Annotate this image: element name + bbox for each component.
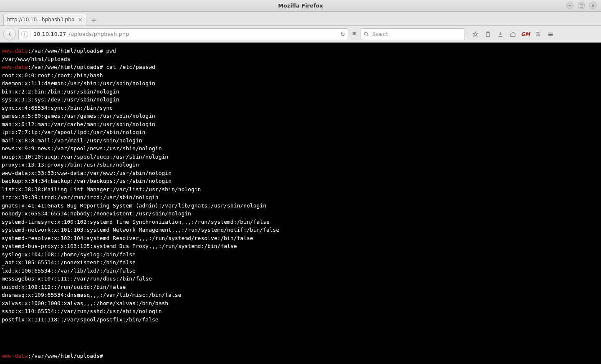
terminal-input-row[interactable]: www-data:/var/www/html/uploads# bbox=[2, 352, 599, 360]
terminal-output-line: _apt:x:105:65534::/nonexistent:/bin/fals… bbox=[2, 258, 599, 267]
clipboard-icon[interactable] bbox=[484, 30, 492, 38]
menu-button[interactable]: ≡ bbox=[547, 30, 554, 38]
tab-label: http://10.10…hpbash3.php bbox=[7, 17, 74, 23]
terminal-output-line: sync:x:4:65534:sync:/bin:/bin/sync bbox=[2, 104, 599, 112]
bug-icon[interactable] bbox=[351, 30, 358, 38]
terminal-page[interactable]: www-data:/var/www/html/uploads# pwd/var/… bbox=[0, 43, 601, 364]
terminal-output-line: gnats:x:41:41:Gnats Bug-Reporting System… bbox=[2, 202, 599, 210]
minimize-icon: – bbox=[569, 3, 571, 8]
url-host: 10.10.10.27 bbox=[33, 31, 66, 37]
terminal-prompt: www-data:/var/www/html/uploads# bbox=[2, 352, 103, 360]
terminal-output-line: sys:x:3:3:sys:/dev:/usr/sbin/nologin bbox=[2, 96, 599, 104]
terminal-prompt-line: www-data:/var/www/html/uploads# pwd bbox=[2, 47, 599, 55]
url-input[interactable] bbox=[131, 31, 338, 37]
url-path: /uploads/phpbash.php bbox=[69, 31, 129, 37]
terminal-output-line: nobody:x:65534:65534:nobody:/nonexistent… bbox=[2, 210, 599, 218]
terminal-output-line: systemd-resolve:x:102:104:systemd Resolv… bbox=[2, 234, 599, 243]
plus-icon: + bbox=[91, 15, 97, 24]
window-titlebar: Mozilla Firefox – ▢ ✕ bbox=[0, 0, 601, 12]
home-icon[interactable] bbox=[509, 30, 517, 38]
browser-tab[interactable]: http://10.10…hpbash3.php × bbox=[3, 14, 86, 25]
arrow-left-icon bbox=[7, 31, 13, 37]
terminal-output-line: sshd:x:110:65534::/var/run/sshd:/usr/sbi… bbox=[2, 307, 599, 316]
terminal-output-line: man:x:6:12:man:/var/cache/man:/usr/sbin/… bbox=[2, 120, 599, 129]
new-tab-button[interactable]: + bbox=[89, 15, 99, 25]
terminal-output-line: backup:x:34:34:backup:/var/backups:/usr/… bbox=[2, 177, 599, 185]
terminal-output-line: postfix:x:111:118::/var/spool/postfix:/b… bbox=[2, 316, 599, 324]
greasemonkey-icon[interactable]: GM bbox=[522, 30, 529, 38]
terminal-prompt-line: www-data:/var/www/html/uploads# cat /etc… bbox=[2, 63, 599, 71]
nav-toolbar: i 10.10.10.27/uploads/phpbash.php ↻ GM ≡ bbox=[0, 26, 601, 43]
terminal-output-line: /var/www/html/uploads bbox=[2, 55, 599, 63]
terminal-output-line: games:x:5:60:games:/usr/games:/usr/sbin/… bbox=[2, 112, 599, 120]
download-icon[interactable] bbox=[497, 30, 504, 38]
terminal-output-line: bin:x:2:2:bin:/bin:/usr/sbin/nologin bbox=[2, 88, 599, 96]
tab-close-button[interactable]: × bbox=[78, 17, 83, 23]
terminal-output: www-data:/var/www/html/uploads# pwd/var/… bbox=[2, 47, 599, 362]
back-button[interactable] bbox=[3, 28, 16, 40]
terminal-output-line: uuidd:x:108:112::/run/uuidd:/bin/false bbox=[2, 283, 599, 291]
svg-line-2 bbox=[356, 32, 357, 33]
url-bar[interactable]: i 10.10.10.27/uploads/phpbash.php ↻ bbox=[18, 28, 348, 40]
terminal-output-line: systemd-bus-proxy:x:103:105:systemd Bus … bbox=[2, 242, 599, 250]
terminal-output-line: uucp:x:10:10:uucp:/var/spool/uucp:/usr/s… bbox=[2, 153, 599, 161]
terminal-output-line: messagebus:x:107:111::/var/run/dbus:/bin… bbox=[2, 275, 599, 283]
svg-line-1 bbox=[352, 32, 354, 33]
terminal-output-line: root:x:0:0:root:/root:/bin/bash bbox=[2, 71, 599, 80]
window-close-button[interactable]: ✕ bbox=[589, 2, 597, 9]
terminal-output-line: news:x:9:9:news:/var/spool/news:/usr/sbi… bbox=[2, 144, 599, 153]
search-bar[interactable] bbox=[361, 28, 465, 40]
bookmark-star-icon[interactable] bbox=[472, 30, 479, 38]
svg-point-5 bbox=[364, 32, 367, 35]
toolbar-icon-group: GM ≡ bbox=[467, 30, 556, 38]
svg-line-4 bbox=[356, 34, 357, 34]
maximize-icon: ▢ bbox=[579, 3, 583, 8]
window-maximize-button[interactable]: ▢ bbox=[578, 2, 585, 9]
reload-button[interactable]: ↻ bbox=[340, 31, 345, 38]
close-icon: ✕ bbox=[591, 3, 595, 8]
svg-line-6 bbox=[367, 35, 369, 36]
terminal-output-line: daemon:x:1:1:daemon:/usr/sbin:/usr/sbin/… bbox=[2, 79, 599, 88]
pocket-icon[interactable] bbox=[534, 30, 542, 38]
window-minimize-button[interactable]: – bbox=[566, 2, 573, 9]
terminal-output-line: lxd:x:106:65534::/var/lib/lxd/:/bin/fals… bbox=[2, 267, 599, 275]
identity-icon[interactable]: i bbox=[21, 31, 28, 38]
svg-line-3 bbox=[352, 34, 354, 34]
svg-point-0 bbox=[353, 32, 356, 35]
search-icon bbox=[364, 31, 369, 37]
window-title: Mozilla Firefox bbox=[278, 3, 323, 9]
terminal-output-line: lp:x:7:7:lp:/var/spool/lpd:/usr/sbin/nol… bbox=[2, 128, 599, 136]
url-separator bbox=[30, 30, 31, 38]
terminal-output-line: list:x:38:38:Mailing List Manager:/var/l… bbox=[2, 185, 599, 194]
search-input[interactable] bbox=[372, 31, 462, 37]
terminal-output-line: xalvas:x:1000:1000:xalvas,,,:/home/xalva… bbox=[2, 299, 599, 308]
terminal-output-line: systemd-timesync:x:100:102:systemd Time … bbox=[2, 218, 599, 226]
terminal-output-line: mail:x:8:8:mail:/var/mail:/usr/sbin/nolo… bbox=[2, 136, 599, 145]
terminal-output-line: systemd-network:x:101:103:systemd Networ… bbox=[2, 226, 599, 234]
terminal-output-line: irc:x:39:39:ircd:/var/run/ircd:/usr/sbin… bbox=[2, 193, 599, 202]
terminal-output-line: proxy:x:13:13:proxy:/bin:/usr/sbin/nolog… bbox=[2, 161, 599, 169]
terminal-output-line: dnsmasq:x:109:65534:dnsmasq,,,:/var/lib/… bbox=[2, 291, 599, 299]
terminal-output-line: syslog:x:104:108::/home/syslog:/bin/fals… bbox=[2, 250, 599, 259]
tab-strip: http://10.10…hpbash3.php × + bbox=[0, 12, 601, 26]
terminal-output-line: www-data:x:33:33:www-data:/var/www:/usr/… bbox=[2, 169, 599, 177]
